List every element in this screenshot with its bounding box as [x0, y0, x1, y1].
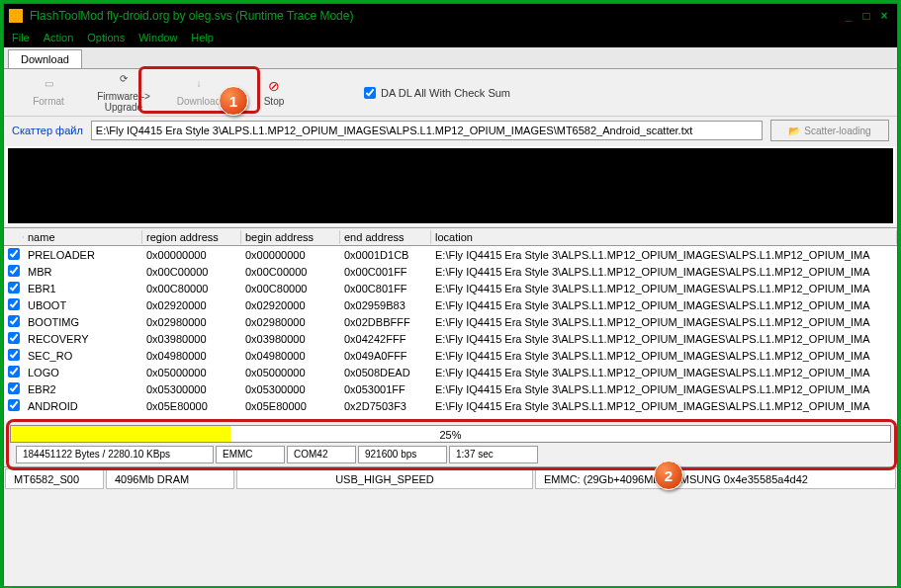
row-checkbox[interactable] [8, 349, 20, 361]
scatter-button-label: Scatter-loading [804, 126, 870, 136]
maximize-button[interactable]: □ [857, 9, 875, 23]
col-region[interactable]: region address [142, 230, 241, 244]
cell-begin: 0x05E80000 [241, 400, 340, 412]
table-row[interactable]: ANDROID0x05E800000x05E800000x2D7503F3E:\… [4, 397, 897, 414]
cell-location: E:\Fly IQ4415 Era Style 3\ALPS.L1.MP12_O… [431, 350, 897, 362]
cell-location: E:\Fly IQ4415 Era Style 3\ALPS.L1.MP12_O… [431, 333, 897, 345]
menu-file[interactable]: File [12, 32, 30, 43]
cell-begin: 0x00C00000 [241, 266, 340, 278]
table-row[interactable]: EBR10x00C800000x00C800000x00C801FFE:\Fly… [4, 280, 897, 296]
table-row[interactable]: LOGO0x050000000x050000000x0508DEADE:\Fly… [4, 364, 897, 380]
row-checkbox[interactable] [8, 382, 20, 394]
cell-begin: 0x03980000 [241, 333, 340, 345]
table-row[interactable]: MBR0x00C000000x00C000000x00C001FFE:\Fly … [4, 263, 897, 280]
folder-icon: 📂 [788, 126, 800, 136]
row-checkbox[interactable] [8, 265, 20, 277]
cell-end: 0x049A0FFF [340, 350, 431, 362]
table-body[interactable]: PRELOADER0x000000000x000000000x0001D1CBE… [4, 246, 897, 421]
table-row[interactable]: PRELOADER0x000000000x000000000x0001D1CBE… [4, 246, 897, 263]
firmware-upgrade-button[interactable]: ⟳ Firmware -> Upgrade [89, 73, 158, 113]
format-icon: ▭ [14, 78, 83, 94]
cell-begin: 0x04980000 [241, 350, 340, 362]
menu-window[interactable]: Window [138, 32, 177, 43]
col-begin[interactable]: begin address [241, 230, 340, 244]
col-name[interactable]: name [24, 230, 142, 244]
format-label: Format [14, 96, 83, 107]
table-row[interactable]: UBOOT0x029200000x029200000x02959B83E:\Fl… [4, 296, 897, 313]
scatter-label: Скаттер файл [12, 125, 83, 136]
row-checkbox[interactable] [8, 248, 20, 260]
row-checkbox[interactable] [8, 298, 20, 310]
cell-location: E:\Fly IQ4415 Era Style 3\ALPS.L1.MP12_O… [431, 283, 897, 294]
col-location[interactable]: location [431, 230, 897, 244]
stop-label: Stop [239, 96, 309, 107]
cell-begin: 0x00000000 [241, 249, 340, 261]
partition-table: name region address begin address end ad… [4, 227, 897, 421]
row-checkbox[interactable] [8, 315, 20, 327]
cell-location: E:\Fly IQ4415 Era Style 3\ALPS.L1.MP12_O… [431, 249, 897, 261]
titlebar: FlashToolMod fly-droid.org by oleg.svs (… [4, 4, 897, 28]
menu-action[interactable]: Action [44, 32, 74, 43]
window-title: FlashToolMod fly-droid.org by oleg.svs (… [30, 9, 840, 23]
download-button[interactable]: ↓ Download [164, 78, 233, 107]
status-emmc: EMMC: (29Gb+4096Mb) SAMSUNG 0x4e35585a4d… [535, 468, 896, 489]
upgrade-icon: ⟳ [89, 73, 158, 89]
cell-name: LOGO [24, 367, 142, 378]
table-row[interactable]: SEC_RO0x049800000x049800000x049A0FFFE:\F… [4, 347, 897, 364]
check-sum-toggle[interactable]: DA DL All With Check Sum [364, 87, 510, 99]
statusbar: MT6582_S00 4096Mb DRAM USB_HIGH_SPEED EM… [4, 466, 897, 490]
scatter-loading-button[interactable]: 📂 Scatter-loading [770, 120, 889, 141]
stat-time: 1:37 sec [449, 446, 538, 463]
cell-region: 0x05300000 [142, 383, 241, 395]
cell-end: 0x0508DEAD [340, 367, 431, 378]
upgrade-label: Firmware -> Upgrade [89, 91, 158, 113]
cell-name: BOOTIMG [24, 316, 142, 328]
cell-region: 0x00000000 [142, 249, 241, 261]
close-button[interactable]: × [875, 9, 893, 23]
cell-name: EBR2 [24, 383, 142, 395]
cell-location: E:\Fly IQ4415 Era Style 3\ALPS.L1.MP12_O… [431, 400, 897, 412]
cell-end: 0x053001FF [340, 383, 431, 395]
row-checkbox[interactable] [8, 366, 20, 378]
minimize-button[interactable]: _ [840, 9, 857, 23]
cell-begin: 0x02920000 [241, 299, 340, 311]
cell-name: MBR [24, 266, 142, 278]
stat-storage: EMMC [216, 446, 285, 463]
cell-end: 0x2D7503F3 [340, 400, 431, 412]
menu-help[interactable]: Help [191, 32, 214, 43]
row-checkbox[interactable] [8, 282, 20, 294]
check-sum-checkbox[interactable] [364, 87, 376, 99]
cell-region: 0x04980000 [142, 350, 241, 362]
cell-region: 0x05000000 [142, 367, 241, 378]
menubar: File Action Options Window Help [4, 28, 897, 47]
cell-location: E:\Fly IQ4415 Era Style 3\ALPS.L1.MP12_O… [431, 367, 897, 378]
row-checkbox[interactable] [8, 399, 20, 411]
cell-begin: 0x05000000 [241, 367, 340, 378]
cell-region: 0x02980000 [142, 316, 241, 328]
check-sum-label: DA DL All With Check Sum [381, 87, 510, 99]
col-end[interactable]: end address [340, 230, 431, 244]
table-row[interactable]: BOOTIMG0x029800000x029800000x02DBBFFFE:\… [4, 313, 897, 330]
table-row[interactable]: RECOVERY0x039800000x039800000x04242FFFE:… [4, 330, 897, 347]
scatter-row: Скаттер файл 📂 Scatter-loading [4, 117, 897, 144]
row-checkbox[interactable] [8, 332, 20, 344]
cell-location: E:\Fly IQ4415 Era Style 3\ALPS.L1.MP12_O… [431, 383, 897, 395]
app-icon [8, 8, 24, 24]
cell-region: 0x00C80000 [142, 283, 241, 294]
cell-location: E:\Fly IQ4415 Era Style 3\ALPS.L1.MP12_O… [431, 316, 897, 328]
status-dram: 4096Mb DRAM [106, 468, 234, 489]
download-icon: ↓ [164, 78, 233, 94]
stop-icon: ⊘ [239, 78, 309, 94]
stop-button[interactable]: ⊘ Stop [239, 78, 309, 107]
tab-download[interactable]: Download [8, 49, 82, 68]
scatter-path-input[interactable] [91, 121, 763, 140]
stat-bytes: 184451122 Bytes / 2280.10 KBps [16, 446, 214, 463]
format-button[interactable]: ▭ Format [14, 78, 83, 107]
console-area [6, 146, 895, 225]
stat-baud: 921600 bps [358, 446, 447, 463]
stats-row: 184451122 Bytes / 2280.10 KBps EMMC COM4… [10, 443, 891, 466]
menu-options[interactable]: Options [87, 32, 125, 43]
cell-region: 0x00C00000 [142, 266, 241, 278]
table-row[interactable]: EBR20x053000000x053000000x053001FFE:\Fly… [4, 380, 897, 397]
cell-region: 0x05E80000 [142, 400, 241, 412]
